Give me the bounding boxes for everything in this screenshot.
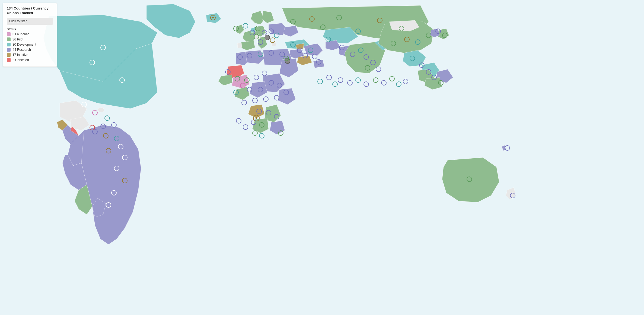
- legend-label-development: 30 Development: [12, 43, 36, 46]
- dot: [285, 58, 287, 59]
- marker-special[interactable]: [265, 35, 270, 40]
- legend-item-research[interactable]: 44 Research: [7, 48, 53, 52]
- australia: [442, 158, 499, 202]
- legend-label-inactive: 17 Inactive: [12, 53, 28, 57]
- portugal: [237, 43, 242, 48]
- marker-dot: [212, 17, 214, 18]
- legend-item-launched[interactable]: 3 Launched: [7, 32, 53, 36]
- legend-swatch-research: [7, 48, 11, 52]
- status-heading: Status: [7, 27, 53, 31]
- legend-item-canceled[interactable]: 2 Canceled: [7, 58, 53, 62]
- legend-swatch-inactive: [7, 53, 11, 57]
- legend-label-canceled: 2 Canceled: [12, 58, 29, 62]
- legend-item-pilot[interactable]: 36 Pilot: [7, 37, 53, 41]
- legend-swatch-development: [7, 43, 11, 46]
- uae-oman: [313, 60, 324, 68]
- marker-dot: [256, 117, 257, 119]
- legend-swatch-pilot: [7, 37, 11, 41]
- legend-label-research: 44 Research: [12, 48, 31, 52]
- legend-label-pilot: 36 Pilot: [12, 37, 23, 41]
- legend-item-development[interactable]: 30 Development: [7, 43, 53, 46]
- legend-items: 3 Launched36 Pilot30 Development44 Resea…: [7, 32, 53, 62]
- legend-swatch-launched: [7, 32, 11, 36]
- legend-swatch-canceled: [7, 58, 11, 62]
- greece: [271, 41, 276, 46]
- filter-button[interactable]: Click to filter: [7, 18, 53, 25]
- marker-special[interactable]: [285, 59, 290, 64]
- legend-item-inactive[interactable]: 17 Inactive: [7, 53, 53, 57]
- legend-panel: 134 Countries / Currency Unions Tracked …: [3, 3, 57, 67]
- legend-label-launched: 3 Launched: [12, 32, 30, 36]
- legend-title: 134 Countries / Currency Unions Tracked: [7, 6, 53, 15]
- map-container: [0, 0, 644, 315]
